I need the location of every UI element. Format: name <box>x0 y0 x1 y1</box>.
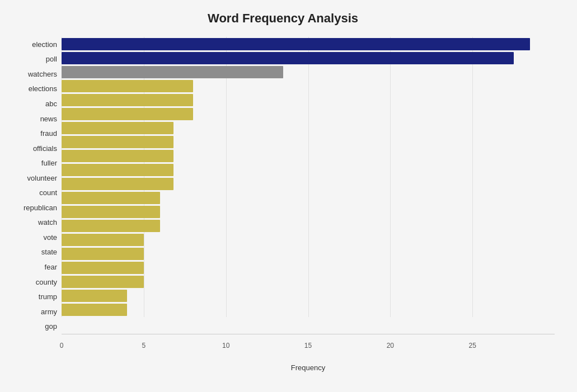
bar-officials <box>62 136 173 148</box>
bar-watch <box>62 206 160 218</box>
y-label-state: state <box>41 248 57 256</box>
bar-fraud <box>62 122 173 134</box>
chart-title: Word Frequency Analysis <box>11 11 555 26</box>
x-tick-10: 10 <box>222 342 229 350</box>
bar-row-state <box>62 233 555 247</box>
bar-fuller <box>62 150 173 162</box>
y-label-election: election <box>32 41 57 48</box>
bar-elections <box>62 80 193 92</box>
y-label-republican: republican <box>24 204 57 211</box>
bar-state <box>62 234 144 246</box>
y-label-trump: trump <box>39 293 57 300</box>
y-label-fear: fear <box>45 263 57 271</box>
bar-fear <box>62 248 144 260</box>
bar-row-vote <box>62 219 555 233</box>
bar-count <box>62 178 173 190</box>
bar-army <box>62 290 127 302</box>
bar-row-watch <box>62 205 555 219</box>
bar-republican <box>62 192 160 204</box>
bar-row-election <box>62 37 555 51</box>
bar-row-gop <box>62 303 555 317</box>
x-axis-label: Frequency <box>291 363 325 372</box>
bar-row-news <box>62 107 555 121</box>
y-label-volunteer: volunteer <box>27 174 57 182</box>
y-label-fraud: fraud <box>40 130 57 137</box>
y-label-gop: gop <box>45 323 57 330</box>
bars-area <box>62 37 555 334</box>
x-tick-0: 0 <box>60 342 64 350</box>
y-label-poll: poll <box>46 55 57 63</box>
bar-row-elections <box>62 79 555 93</box>
bar-row-count <box>62 177 555 191</box>
chart-container: Word Frequency Analysis electionpollwatc… <box>0 0 577 392</box>
x-tick-15: 15 <box>304 342 312 350</box>
y-label-county: county <box>36 278 57 286</box>
y-label-army: army <box>41 308 57 315</box>
x-tick-25: 25 <box>468 342 476 350</box>
x-axis: Frequency 0510152025 <box>62 334 555 351</box>
y-label-news: news <box>40 115 57 122</box>
bar-row-watchers <box>62 65 555 79</box>
bar-trump <box>62 276 144 288</box>
bar-row-fraud <box>62 121 555 135</box>
y-label-fuller: fuller <box>41 159 57 167</box>
plot-area: Frequency 0510152025 <box>62 37 555 351</box>
bar-row-republican <box>62 191 555 205</box>
y-label-count: count <box>39 189 57 196</box>
x-tick-5: 5 <box>142 342 146 350</box>
x-tick-20: 20 <box>387 342 394 350</box>
y-label-abc: abc <box>45 100 57 107</box>
bar-row-volunteer <box>62 163 555 177</box>
bar-poll <box>62 52 514 64</box>
bar-gop <box>62 304 127 316</box>
chart-area: electionpollwatcherselectionsabcnewsfrau… <box>11 37 555 351</box>
bar-election <box>62 38 530 50</box>
y-label-watchers: watchers <box>28 70 57 78</box>
bar-row-poll <box>62 51 555 65</box>
bar-news <box>62 108 193 120</box>
bar-row-officials <box>62 135 555 149</box>
bar-row-trump <box>62 275 555 289</box>
bar-volunteer <box>62 164 173 176</box>
bar-row-army <box>62 289 555 303</box>
bar-row-county <box>62 261 555 275</box>
bar-watchers <box>62 66 283 78</box>
bar-abc <box>62 94 193 106</box>
bar-county <box>62 262 144 274</box>
bar-row-fuller <box>62 149 555 163</box>
bar-row-abc <box>62 93 555 107</box>
bar-vote <box>62 220 160 232</box>
y-label-elections: elections <box>29 85 57 92</box>
y-label-officials: officials <box>33 145 57 152</box>
y-axis-labels: electionpollwatcherselectionsabcnewsfrau… <box>11 37 62 351</box>
bar-row-fear <box>62 247 555 261</box>
y-label-vote: vote <box>43 234 57 241</box>
y-label-watch: watch <box>38 219 57 226</box>
